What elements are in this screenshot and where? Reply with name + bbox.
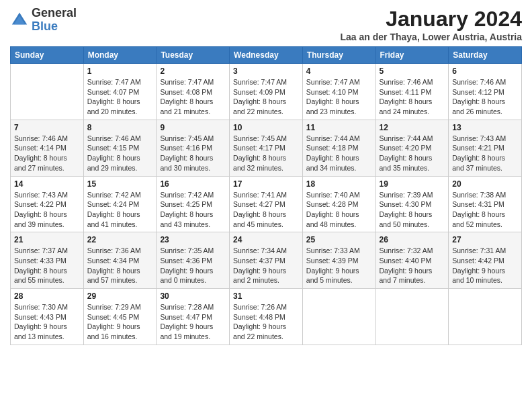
- day-number: 19: [380, 179, 445, 189]
- day-info: Sunrise: 7:33 AMSunset: 4:39 PMDaylight:…: [306, 246, 372, 285]
- day-info: Sunrise: 7:46 AMSunset: 4:15 PMDaylight:…: [87, 134, 153, 173]
- calendar-week-row: 28Sunrise: 7:30 AMSunset: 4:43 PMDayligh…: [11, 289, 522, 345]
- calendar-cell: 31Sunrise: 7:26 AMSunset: 4:48 PMDayligh…: [230, 289, 303, 345]
- calendar-cell: 6Sunrise: 7:46 AMSunset: 4:12 PMDaylight…: [449, 64, 522, 120]
- day-number: 21: [14, 235, 80, 244]
- day-info: Sunrise: 7:40 AMSunset: 4:28 PMDaylight:…: [306, 190, 372, 230]
- day-info: Sunrise: 7:45 AMSunset: 4:16 PMDaylight:…: [160, 134, 226, 173]
- column-header-thursday: Thursday: [302, 47, 375, 64]
- day-info: Sunrise: 7:30 AMSunset: 4:43 PMDaylight:…: [14, 302, 80, 342]
- calendar-cell: 8Sunrise: 7:46 AMSunset: 4:15 PMDaylight…: [83, 120, 157, 176]
- calendar-cell: 5Sunrise: 7:46 AMSunset: 4:11 PMDaylight…: [375, 64, 449, 120]
- day-info: Sunrise: 7:26 AMSunset: 4:48 PMDaylight:…: [233, 302, 299, 342]
- day-info: Sunrise: 7:47 AMSunset: 4:10 PMDaylight:…: [306, 77, 372, 117]
- day-number: 8: [87, 123, 153, 132]
- calendar-cell: 25Sunrise: 7:33 AMSunset: 4:39 PMDayligh…: [302, 232, 375, 289]
- day-info: Sunrise: 7:47 AMSunset: 4:09 PMDaylight:…: [233, 77, 299, 117]
- calendar-cell: 18Sunrise: 7:40 AMSunset: 4:28 PMDayligh…: [302, 176, 375, 232]
- calendar-cell: [449, 289, 522, 345]
- calendar-cell: 14Sunrise: 7:43 AMSunset: 4:22 PMDayligh…: [11, 176, 84, 232]
- day-info: Sunrise: 7:32 AMSunset: 4:40 PMDaylight:…: [380, 246, 445, 285]
- calendar-cell: 27Sunrise: 7:31 AMSunset: 4:42 PMDayligh…: [449, 232, 522, 289]
- calendar-cell: [11, 64, 84, 120]
- day-info: Sunrise: 7:34 AMSunset: 4:37 PMDaylight:…: [233, 246, 299, 285]
- calendar-cell: 30Sunrise: 7:28 AMSunset: 4:47 PMDayligh…: [157, 289, 230, 345]
- column-header-wednesday: Wednesday: [230, 47, 303, 64]
- day-number: 3: [233, 66, 299, 76]
- day-number: 17: [233, 179, 299, 189]
- calendar-week-row: 14Sunrise: 7:43 AMSunset: 4:22 PMDayligh…: [11, 176, 522, 232]
- calendar-cell: [375, 289, 449, 345]
- day-number: 30: [160, 291, 226, 301]
- day-info: Sunrise: 7:43 AMSunset: 4:21 PMDaylight:…: [452, 134, 518, 173]
- calendar-cell: 2Sunrise: 7:47 AMSunset: 4:08 PMDaylight…: [157, 64, 230, 120]
- logo-icon: [10, 11, 29, 30]
- page-header: General Blue January 2024 Laa an der Tha…: [10, 7, 522, 42]
- column-header-tuesday: Tuesday: [157, 47, 230, 64]
- day-number: 18: [306, 179, 372, 189]
- calendar-table: SundayMondayTuesdayWednesdayThursdayFrid…: [10, 46, 522, 345]
- calendar-cell: [302, 289, 375, 345]
- calendar-cell: 21Sunrise: 7:37 AMSunset: 4:33 PMDayligh…: [11, 232, 84, 289]
- day-number: 28: [14, 291, 80, 301]
- calendar-cell: 13Sunrise: 7:43 AMSunset: 4:21 PMDayligh…: [449, 120, 522, 176]
- title-block: January 2024 Laa an der Thaya, Lower Aus…: [341, 7, 522, 42]
- calendar-cell: 15Sunrise: 7:42 AMSunset: 4:24 PMDayligh…: [83, 176, 157, 232]
- calendar-cell: 28Sunrise: 7:30 AMSunset: 4:43 PMDayligh…: [11, 289, 84, 345]
- day-number: 14: [14, 179, 80, 189]
- calendar-cell: 19Sunrise: 7:39 AMSunset: 4:30 PMDayligh…: [375, 176, 449, 232]
- column-header-sunday: Sunday: [11, 47, 84, 64]
- day-info: Sunrise: 7:41 AMSunset: 4:27 PMDaylight:…: [233, 190, 299, 230]
- calendar-cell: 10Sunrise: 7:45 AMSunset: 4:17 PMDayligh…: [230, 120, 303, 176]
- column-header-friday: Friday: [375, 47, 449, 64]
- day-info: Sunrise: 7:43 AMSunset: 4:22 PMDaylight:…: [14, 190, 80, 230]
- day-number: 26: [380, 235, 445, 244]
- calendar-cell: 17Sunrise: 7:41 AMSunset: 4:27 PMDayligh…: [230, 176, 303, 232]
- day-info: Sunrise: 7:44 AMSunset: 4:18 PMDaylight:…: [306, 134, 372, 173]
- day-number: 1: [87, 66, 153, 76]
- calendar-cell: 24Sunrise: 7:34 AMSunset: 4:37 PMDayligh…: [230, 232, 303, 289]
- calendar-cell: 11Sunrise: 7:44 AMSunset: 4:18 PMDayligh…: [302, 120, 375, 176]
- calendar-cell: 22Sunrise: 7:36 AMSunset: 4:34 PMDayligh…: [83, 232, 157, 289]
- day-number: 24: [233, 235, 299, 244]
- day-number: 15: [87, 179, 153, 189]
- logo-general-text: General: [32, 6, 77, 19]
- day-number: 29: [87, 291, 153, 301]
- day-number: 31: [233, 291, 299, 301]
- day-number: 9: [160, 123, 226, 132]
- day-info: Sunrise: 7:28 AMSunset: 4:47 PMDaylight:…: [160, 302, 226, 342]
- day-info: Sunrise: 7:45 AMSunset: 4:17 PMDaylight:…: [233, 134, 299, 173]
- calendar-week-row: 1Sunrise: 7:47 AMSunset: 4:07 PMDaylight…: [11, 64, 522, 120]
- logo: General Blue: [10, 7, 77, 34]
- day-info: Sunrise: 7:37 AMSunset: 4:33 PMDaylight:…: [14, 246, 80, 285]
- day-info: Sunrise: 7:47 AMSunset: 4:08 PMDaylight:…: [160, 77, 226, 117]
- day-info: Sunrise: 7:35 AMSunset: 4:36 PMDaylight:…: [160, 246, 226, 285]
- calendar-week-row: 21Sunrise: 7:37 AMSunset: 4:33 PMDayligh…: [11, 232, 522, 289]
- day-number: 27: [452, 235, 518, 244]
- calendar-cell: 20Sunrise: 7:38 AMSunset: 4:31 PMDayligh…: [449, 176, 522, 232]
- day-info: Sunrise: 7:42 AMSunset: 4:24 PMDaylight:…: [87, 190, 153, 230]
- day-info: Sunrise: 7:38 AMSunset: 4:31 PMDaylight:…: [452, 190, 518, 230]
- day-info: Sunrise: 7:42 AMSunset: 4:25 PMDaylight:…: [160, 190, 226, 230]
- calendar-week-row: 7Sunrise: 7:46 AMSunset: 4:14 PMDaylight…: [11, 120, 522, 176]
- day-info: Sunrise: 7:47 AMSunset: 4:07 PMDaylight:…: [87, 77, 153, 117]
- day-number: 25: [306, 235, 372, 244]
- day-number: 10: [233, 123, 299, 132]
- calendar-cell: 9Sunrise: 7:45 AMSunset: 4:16 PMDaylight…: [157, 120, 230, 176]
- calendar-header-row: SundayMondayTuesdayWednesdayThursdayFrid…: [11, 47, 522, 64]
- day-info: Sunrise: 7:31 AMSunset: 4:42 PMDaylight:…: [452, 246, 518, 285]
- day-number: 16: [160, 179, 226, 189]
- day-number: 22: [87, 235, 153, 244]
- day-number: 12: [380, 123, 445, 132]
- day-info: Sunrise: 7:39 AMSunset: 4:30 PMDaylight:…: [380, 190, 445, 230]
- day-info: Sunrise: 7:44 AMSunset: 4:20 PMDaylight:…: [380, 134, 445, 173]
- day-info: Sunrise: 7:36 AMSunset: 4:34 PMDaylight:…: [87, 246, 153, 285]
- month-title: January 2024: [341, 7, 522, 32]
- day-number: 13: [452, 123, 518, 132]
- day-info: Sunrise: 7:29 AMSunset: 4:45 PMDaylight:…: [87, 302, 153, 342]
- calendar-cell: 7Sunrise: 7:46 AMSunset: 4:14 PMDaylight…: [11, 120, 84, 176]
- day-number: 7: [14, 123, 80, 132]
- calendar-cell: 3Sunrise: 7:47 AMSunset: 4:09 PMDaylight…: [230, 64, 303, 120]
- day-number: 11: [306, 123, 372, 132]
- day-info: Sunrise: 7:46 AMSunset: 4:11 PMDaylight:…: [380, 77, 445, 117]
